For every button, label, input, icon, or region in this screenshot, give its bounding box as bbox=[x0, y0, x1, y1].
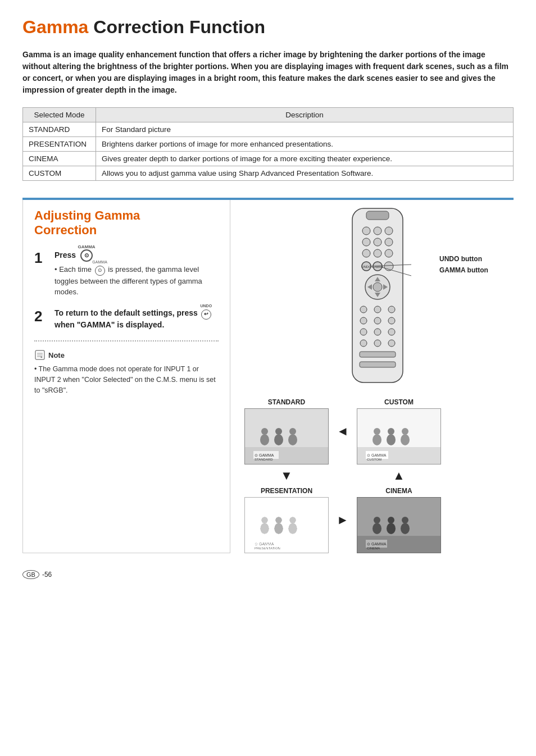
svg-point-79 bbox=[388, 517, 394, 523]
svg-point-12 bbox=[362, 249, 370, 257]
title-rest: Correction Function bbox=[88, 17, 265, 37]
custom-image: ⊙ GAMMA CUSTOM bbox=[357, 408, 441, 464]
svg-point-14 bbox=[385, 249, 393, 257]
arrow-down-left: ▼ bbox=[242, 464, 331, 487]
desc-cell: Allows you to adjust gamma value using S… bbox=[96, 166, 514, 181]
step2-number: 2 bbox=[34, 309, 54, 324]
step2-content: To return to the default settings, press… bbox=[54, 308, 219, 331]
svg-point-55 bbox=[374, 428, 380, 435]
svg-point-33 bbox=[374, 329, 381, 335]
svg-text:⊙ GAMMA: ⊙ GAMMA bbox=[255, 542, 274, 546]
table-row: PRESENTATIONBrightens darker portions of… bbox=[23, 137, 514, 152]
undo-icon-inline: ↩ bbox=[201, 309, 211, 320]
section-heading: Adjusting Gamma Correction bbox=[34, 208, 219, 238]
arrow-left: ◄ bbox=[331, 398, 354, 464]
svg-text:CINEMA: CINEMA bbox=[367, 546, 380, 550]
gamma-small-label: GAMMA bbox=[78, 244, 95, 250]
svg-text:⊙ GAMMA: ⊙ GAMMA bbox=[367, 542, 387, 546]
desc-cell: Brightens darker portions of image for m… bbox=[96, 137, 514, 152]
standard-label: STANDARD bbox=[268, 398, 305, 406]
svg-point-6 bbox=[362, 227, 370, 235]
cinema-scene-svg: ⊙ GAMMA CINEMA bbox=[357, 498, 440, 553]
svg-point-58 bbox=[401, 434, 410, 445]
svg-point-37 bbox=[388, 340, 395, 347]
standard-cell: STANDARD ⊙ GAM bbox=[242, 398, 331, 464]
gamma-button-label: GAMMA button bbox=[439, 266, 488, 274]
heading-line2: Correction bbox=[34, 223, 97, 237]
svg-point-59 bbox=[402, 428, 408, 435]
svg-point-47 bbox=[288, 434, 297, 445]
arrow-up-right: ▲ bbox=[354, 464, 444, 487]
presentation-cell: PRESENTATION ⊙ GAMMA PRESENTATION bbox=[242, 487, 331, 553]
note-label: Note bbox=[34, 349, 219, 361]
svg-point-80 bbox=[401, 523, 410, 534]
remote-wrapper: UNDO GAMMA bbox=[321, 206, 434, 387]
svg-rect-38 bbox=[360, 352, 396, 357]
right-column: UNDO GAMMA bbox=[242, 200, 514, 553]
gamma-button-icon: ⊙ bbox=[80, 249, 93, 262]
spacer-center bbox=[331, 464, 354, 487]
footer-badge: GB bbox=[22, 570, 39, 579]
note-body: • The Gamma mode does not operate for IN… bbox=[34, 364, 219, 395]
presentation-label: PRESENTATION bbox=[261, 487, 312, 495]
svg-point-69 bbox=[288, 523, 297, 534]
gamma-icon-inline: ⊙ bbox=[95, 266, 105, 276]
svg-point-10 bbox=[374, 238, 381, 246]
cinema-image: ⊙ GAMMA CINEMA bbox=[357, 497, 441, 553]
page-title: Gamma Correction Function bbox=[22, 17, 514, 38]
svg-point-32 bbox=[360, 329, 367, 335]
cinema-label: CINEMA bbox=[385, 487, 412, 495]
svg-point-43 bbox=[260, 434, 269, 445]
svg-point-68 bbox=[275, 517, 282, 523]
svg-point-35 bbox=[360, 340, 367, 347]
svg-point-34 bbox=[388, 329, 395, 335]
heading-line1: Adjusting Gamma bbox=[34, 208, 140, 222]
svg-point-7 bbox=[374, 227, 381, 235]
svg-point-70 bbox=[289, 517, 296, 523]
svg-rect-5 bbox=[366, 211, 389, 220]
custom-cell: CUSTOM ⊙ GAMMA CUSTOM bbox=[354, 398, 444, 464]
remote-area: UNDO GAMMA bbox=[242, 206, 514, 387]
svg-point-67 bbox=[274, 523, 283, 534]
table-row: CINEMAGives greater depth to darker port… bbox=[23, 152, 514, 166]
mode-cell: CINEMA bbox=[23, 152, 96, 166]
note-icon bbox=[34, 349, 46, 361]
svg-point-21 bbox=[373, 283, 382, 292]
title-highlight: Gamma bbox=[22, 17, 88, 37]
svg-point-46 bbox=[275, 428, 282, 435]
footer-page-number: -56 bbox=[42, 571, 52, 579]
svg-rect-39 bbox=[360, 362, 396, 367]
presentation-scene-svg: ⊙ GAMMA PRESENTATION bbox=[245, 498, 328, 553]
desc-cell: Gives greater depth to darker portions o… bbox=[96, 152, 514, 166]
svg-point-54 bbox=[373, 434, 381, 445]
step1-title: Press GAMMA ⊙ bbox=[54, 249, 219, 262]
svg-point-77 bbox=[374, 517, 380, 523]
svg-point-9 bbox=[362, 238, 370, 246]
svg-point-57 bbox=[388, 428, 394, 435]
svg-point-26 bbox=[360, 306, 367, 313]
table-col2: Description bbox=[96, 108, 514, 122]
svg-point-76 bbox=[373, 523, 381, 534]
svg-point-30 bbox=[374, 317, 381, 324]
svg-point-44 bbox=[261, 428, 268, 435]
mode-cell: PRESENTATION bbox=[23, 137, 96, 152]
svg-point-29 bbox=[360, 317, 367, 324]
table-col1: Selected Mode bbox=[23, 108, 96, 122]
custom-label: CUSTOM bbox=[384, 398, 414, 406]
svg-point-36 bbox=[374, 340, 381, 347]
standard-image: ⊙ GAMMA STANDARD bbox=[244, 408, 329, 464]
arrow-right: ► bbox=[331, 487, 354, 553]
svg-text:STANDARD: STANDARD bbox=[255, 458, 273, 461]
custom-scene-svg: ⊙ GAMMA CUSTOM bbox=[357, 409, 440, 464]
step1-desc: • Each time GAMMA ⊙ is pressed, the gamm… bbox=[54, 264, 219, 298]
svg-point-81 bbox=[402, 517, 408, 523]
svg-point-8 bbox=[385, 227, 393, 235]
svg-text:⊙ GAMMA: ⊙ GAMMA bbox=[367, 453, 387, 457]
step-1: 1 Press GAMMA ⊙ • Each time GAMMA ⊙ is p… bbox=[34, 249, 219, 298]
note-label-text: Note bbox=[48, 350, 65, 361]
cinema-cell: CINEMA ⊙ GAMMA CINEMA bbox=[354, 487, 444, 553]
step-2: 2 To return to the default settings, pre… bbox=[34, 308, 219, 331]
svg-point-27 bbox=[374, 306, 381, 313]
standard-scene-svg: ⊙ GAMMA STANDARD bbox=[245, 409, 328, 464]
presentation-image: ⊙ GAMMA PRESENTATION bbox=[244, 497, 329, 553]
